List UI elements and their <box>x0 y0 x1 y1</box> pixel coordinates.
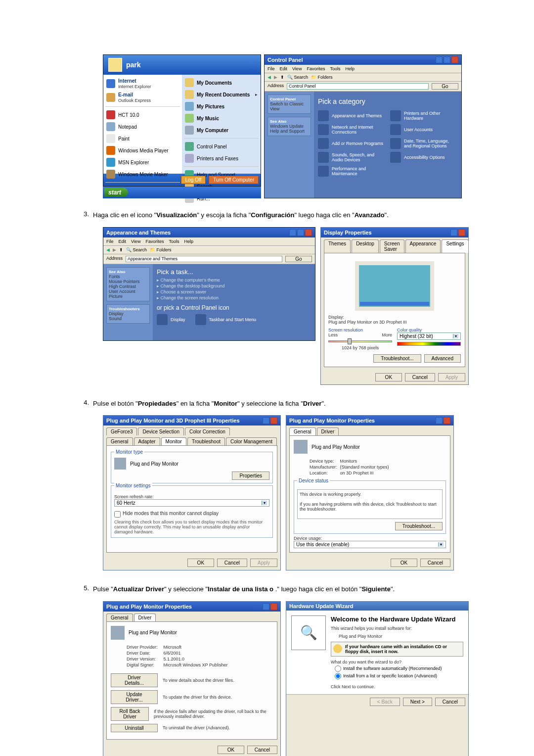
ok-button[interactable]: OK <box>187 559 214 567</box>
color-quality-select[interactable]: Highest (32 bit)▾ <box>397 332 461 340</box>
start-button[interactable]: start <box>104 188 128 197</box>
uninstall-button[interactable]: Uninstall <box>111 724 158 732</box>
figure-step5: Plug and Play Monitor Properties General… <box>103 601 475 756</box>
next-button[interactable]: Next > <box>403 698 432 706</box>
tab-adapter[interactable]: Adapter <box>134 437 160 445</box>
tab-general[interactable]: General <box>289 427 316 435</box>
tab-desktop[interactable]: Desktop <box>352 239 379 253</box>
wizard-desc: This wizard helps you install software f… <box>331 626 463 631</box>
tab-geforce3[interactable]: GeForce3 <box>106 427 137 435</box>
sm-msn[interactable]: MSN Explorer <box>105 156 180 168</box>
radio-list[interactable]: Install from a list or specific location… <box>335 673 463 679</box>
properties-button[interactable]: Properties <box>232 472 269 480</box>
monitor-icon <box>294 440 308 454</box>
radio-auto[interactable]: Install the software automatically (Reco… <box>335 665 463 672</box>
rollback-driver-button[interactable]: Roll Back Driver <box>111 707 149 721</box>
hide-modes-checkbox[interactable] <box>114 511 121 518</box>
wizard-icon: 🔍 <box>291 615 326 650</box>
device-usage-label: Device usage: <box>294 536 446 541</box>
tab-settings[interactable]: Settings <box>442 239 468 253</box>
cancel-button[interactable]: Cancel <box>435 698 465 706</box>
close-icon[interactable] <box>458 229 465 236</box>
sm-mymusic[interactable]: My Music <box>184 112 259 124</box>
cat-datetime[interactable]: Date, Time, Language, and Regional Optio… <box>390 138 457 149</box>
cancel-button[interactable]: Cancel <box>420 559 450 567</box>
step-number: 5. <box>79 584 93 592</box>
step-text: Pulse el botón "Propiedades" en la ficha… <box>93 399 475 409</box>
ok-button[interactable]: OK <box>218 746 244 754</box>
tab-colormgmt[interactable]: Color Management <box>226 437 277 445</box>
sm-recent[interactable]: My Recent Documents▸ <box>184 89 259 100</box>
sm-mydocs[interactable]: My Documents <box>184 77 259 89</box>
tab-driver[interactable]: Driver <box>317 427 339 435</box>
sm-mypics[interactable]: My Pictures <box>184 100 259 112</box>
tab-color-correction[interactable]: Color Correction <box>185 427 230 435</box>
back-button[interactable]: < Back <box>370 698 400 706</box>
figure-startmenu-controlpanel: park InternetInternet Explorer E-mailOut… <box>103 54 475 198</box>
cancel-button[interactable]: Cancel <box>247 746 277 754</box>
tab-general[interactable]: General <box>106 437 133 445</box>
max-icon[interactable] <box>444 56 450 63</box>
sm-internet[interactable]: InternetInternet Explorer <box>105 77 180 91</box>
cancel-button[interactable]: Cancel <box>405 373 435 381</box>
sm-email[interactable]: E-mailOutlook Express <box>105 91 180 104</box>
wizard-title: Hardware Update Wizard <box>289 603 354 609</box>
sm-printers[interactable]: Printers and Faxes <box>184 152 259 164</box>
cp-main: Pick a category Appearance and Themes Pr… <box>314 92 461 198</box>
ok-button[interactable]: OK <box>375 373 402 381</box>
address-field[interactable]: Control Panel <box>287 83 429 90</box>
pnp-advanced-dialog: Plug and Play Monitor and 3D Prophet III… <box>103 415 281 570</box>
start-menu: park InternetInternet Explorer E-mailOut… <box>103 54 261 198</box>
cat-sounds[interactable]: Sounds, Speech, and Audio Devices <box>318 152 385 163</box>
cat-addremove[interactable]: Add or Remove Programs <box>318 138 385 149</box>
driver-details-button[interactable]: Driver Details... <box>111 673 158 687</box>
help-icon[interactable] <box>450 229 457 236</box>
sm-notepad[interactable]: Notepad <box>105 121 180 133</box>
sm-wmp[interactable]: Windows Media Player <box>105 144 180 156</box>
wizard-note: If your hardware came with an installati… <box>331 642 463 657</box>
advanced-button[interactable]: Advanced <box>424 354 461 363</box>
startmenu-left-col: InternetInternet Explorer E-mailOutlook … <box>103 75 182 174</box>
refresh-rate-select[interactable]: 60 Hertz▾ <box>114 499 269 507</box>
cp-icon-display[interactable]: Display <box>157 314 185 325</box>
go-button[interactable]: Go <box>432 83 458 90</box>
troubleshoot-button[interactable]: Troubleshoot... <box>395 522 443 530</box>
pnp-monitor-dialog: Plug and Play Monitor Properties General… <box>286 415 454 570</box>
tab-device-selection[interactable]: Device Selection <box>138 427 183 435</box>
sm-cpanel[interactable]: Control Panel <box>184 141 259 152</box>
min-icon[interactable] <box>436 56 443 63</box>
hardware-update-wizard: Hardware Update Wizard 🔍 Welcome to the … <box>286 601 469 756</box>
device-usage-select[interactable]: Use this device (enable)▾ <box>294 541 446 548</box>
tab-troubleshoot[interactable]: Troubleshoot <box>187 437 225 445</box>
cp-icon-taskbar[interactable]: Taskbar and Start Menu <box>195 314 257 325</box>
step-3: 3. Haga clic en el icono "Visualización"… <box>79 210 475 385</box>
ok-button[interactable]: OK <box>391 559 417 567</box>
switch-classic-link[interactable]: Switch to Classic View <box>270 101 304 111</box>
turnoff-button[interactable]: Turn Off Computer <box>209 176 259 184</box>
tab-monitor[interactable]: Monitor <box>161 437 186 445</box>
sm-paint[interactable]: Paint <box>105 133 180 144</box>
tab-themes[interactable]: Themes <box>324 239 351 253</box>
logoff-button[interactable]: Log Off <box>181 176 206 184</box>
apply-button[interactable]: Apply <box>250 559 277 567</box>
close-icon[interactable] <box>451 56 458 63</box>
resolution-slider[interactable] <box>328 340 392 342</box>
sm-mycomp[interactable]: My Computer <box>184 124 259 136</box>
cat-users[interactable]: User Accounts <box>390 124 457 135</box>
apply-button[interactable]: Apply <box>438 373 465 381</box>
tab-appearance[interactable]: Appearance <box>405 239 441 253</box>
sm-hct[interactable]: HCT 10.0 <box>105 109 180 121</box>
update-driver-button[interactable]: Update Driver... <box>111 690 158 704</box>
tab-screensaver[interactable]: Screen Saver <box>380 239 404 253</box>
cat-accessibility[interactable]: Accessibility Options <box>390 152 457 163</box>
tab-driver[interactable]: Driver <box>134 614 156 621</box>
cancel-button[interactable]: Cancel <box>217 559 247 567</box>
tab-general[interactable]: General <box>106 614 133 621</box>
cat-appearance[interactable]: Appearance and Themes <box>318 110 385 121</box>
dialog-title: Plug and Play Monitor and 3D Prophet III… <box>106 418 240 424</box>
cat-network[interactable]: Network and Internet Connections <box>318 124 385 135</box>
troubleshoot-button[interactable]: Troubleshoot... <box>373 354 421 363</box>
sm-wmm[interactable]: Windows Movie Maker <box>105 168 180 180</box>
cat-performance[interactable]: Performance and Maintenance <box>318 166 385 177</box>
cat-printers[interactable]: Printers and Other Hardware <box>390 110 457 121</box>
